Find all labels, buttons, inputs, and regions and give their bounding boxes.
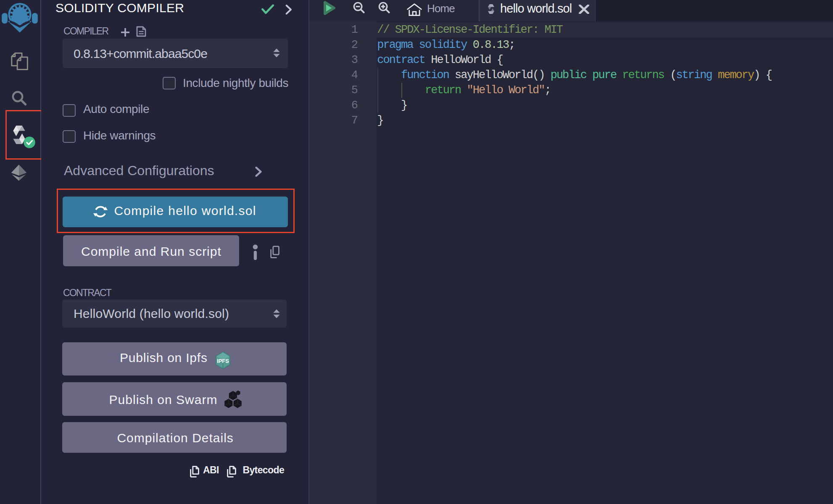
svg-text:IPFS: IPFS <box>217 358 229 364</box>
